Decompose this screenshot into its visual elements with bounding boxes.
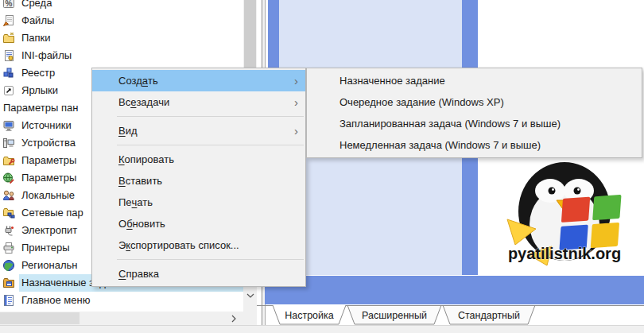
tab-settings[interactable]: Настройка bbox=[273, 305, 346, 324]
tree-item-label: Электропит bbox=[19, 222, 80, 239]
folder-options-icon bbox=[2, 154, 15, 167]
tab-extended[interactable]: Расширенный bbox=[347, 305, 441, 324]
tree-item-label: Файлы bbox=[19, 12, 56, 29]
tree-item-label: Источники bbox=[19, 117, 74, 134]
tree-item-ini-files[interactable]: INI-файлы bbox=[0, 47, 243, 64]
menu-item-immediate-task-win7[interactable]: Немедленная задача (Windows 7 и выше) bbox=[307, 134, 642, 156]
tab-label: Стандартный bbox=[458, 310, 520, 321]
scrollbar-corner bbox=[240, 312, 257, 325]
chevron-down-icon bbox=[246, 293, 254, 298]
content-pane: pyatilistnik.org НастройкаРасширенныйСта… bbox=[266, 0, 644, 325]
registry-icon bbox=[2, 67, 15, 79]
submenu-arrow-icon: › bbox=[294, 74, 298, 86]
svg-text:%: % bbox=[6, 0, 13, 8]
status-strip bbox=[0, 325, 644, 333]
local-users-icon bbox=[2, 189, 15, 202]
tree-item-label: Параметры bbox=[19, 169, 79, 187]
scheduled-tasks-icon bbox=[2, 277, 15, 289]
decor-bar-bottom bbox=[265, 276, 644, 304]
submenu-arrow-icon: › bbox=[294, 124, 298, 136]
tree-item-label: Ярлыки bbox=[19, 82, 60, 99]
menu-item-help[interactable]: Справка bbox=[92, 263, 305, 285]
menu-item-scheduled-task-win7[interactable]: Запланированная задача (Windows 7 и выше… bbox=[307, 113, 642, 134]
scroll-down-button[interactable] bbox=[243, 288, 257, 303]
tree-item-label: Параметры пан bbox=[1, 99, 80, 117]
menu-item-at-task-xp[interactable]: Очередное задание (Windows XP) bbox=[307, 91, 642, 113]
folders-icon bbox=[2, 32, 15, 45]
chevron-right-icon bbox=[231, 315, 236, 323]
tree-item-label: Устройства bbox=[19, 134, 78, 152]
watermark-logo: pyatilistnik.org bbox=[495, 156, 642, 272]
tree-horizontal-scrollbar[interactable] bbox=[0, 312, 240, 325]
menu-item-export-list[interactable]: Экспортировать список... bbox=[92, 234, 305, 256]
mmc-editor-window: %СредаФайлыПапкиINI-файлыРеестрЯрлыкиПар… bbox=[0, 0, 644, 333]
view-tabs: НастройкаРасширенныйСтандартный bbox=[257, 304, 644, 325]
menu-item-copy[interactable]: Копировать bbox=[92, 149, 305, 170]
submenu-arrow-icon: › bbox=[294, 95, 298, 107]
devices-icon bbox=[2, 137, 15, 149]
tree-item-label: Среда bbox=[19, 0, 54, 12]
regional-icon bbox=[2, 259, 15, 272]
tree-item-folders[interactable]: Папки bbox=[0, 29, 243, 47]
tree-item-environment[interactable]: %Среда bbox=[0, 0, 243, 12]
context-menu: Создать›Все задачи›Вид›КопироватьВставит… bbox=[91, 68, 306, 287]
menu-item-create[interactable]: Создать› bbox=[92, 70, 305, 91]
menu-separator bbox=[117, 116, 304, 117]
tree-item-label: Сетевые пар bbox=[19, 204, 86, 222]
tab-standard[interactable]: Стандартный bbox=[443, 305, 535, 324]
menu-item-print[interactable]: Печать bbox=[92, 192, 305, 213]
menu-separator bbox=[117, 259, 304, 260]
ini-files-icon bbox=[2, 49, 15, 62]
internet-options-icon bbox=[2, 172, 15, 184]
menu-separator bbox=[117, 145, 304, 145]
start-menu-icon bbox=[2, 294, 15, 307]
tree-item-files[interactable]: Файлы bbox=[0, 12, 243, 29]
tree-item-label: Главное меню bbox=[19, 292, 92, 309]
menu-item-refresh[interactable]: Обновить bbox=[92, 213, 305, 234]
menu-item-all-tasks[interactable]: Все задачи› bbox=[92, 91, 305, 113]
tree-item-start-menu[interactable]: Главное меню bbox=[0, 292, 243, 309]
environment-icon: % bbox=[2, 0, 15, 10]
tree-item-label: Локальные bbox=[19, 187, 77, 204]
watermark-text: pyatilistnik.org bbox=[508, 245, 621, 262]
printers-icon bbox=[2, 242, 15, 254]
tree-item-label: Принтеры bbox=[19, 239, 72, 257]
tree-item-label: Параметры bbox=[19, 152, 79, 169]
tab-label: Настройка bbox=[285, 310, 334, 321]
create-submenu: Назначенное заданиеОчередное задание (Wi… bbox=[306, 68, 642, 158]
menu-item-view[interactable]: Вид› bbox=[92, 120, 305, 141]
tree-item-label: INI-файлы bbox=[19, 47, 74, 64]
scroll-right-button[interactable] bbox=[227, 312, 240, 325]
menu-item-scheduled-task[interactable]: Назначенное задание bbox=[307, 70, 642, 91]
menu-item-paste[interactable]: Вставить bbox=[92, 170, 305, 192]
shortcuts-icon bbox=[2, 84, 15, 97]
tree-item-label: Папки bbox=[19, 29, 53, 47]
power-icon bbox=[2, 224, 15, 237]
tree-item-label: Реестр bbox=[19, 64, 57, 82]
scrollbar-thumb[interactable] bbox=[244, 0, 256, 70]
network-icon bbox=[2, 207, 15, 219]
scrollbar-thumb[interactable] bbox=[0, 312, 80, 324]
data-sources-icon bbox=[2, 119, 15, 132]
tab-label: Расширенный bbox=[362, 310, 427, 321]
tree-item-label: Региональн bbox=[19, 257, 80, 274]
files-icon bbox=[2, 14, 15, 27]
